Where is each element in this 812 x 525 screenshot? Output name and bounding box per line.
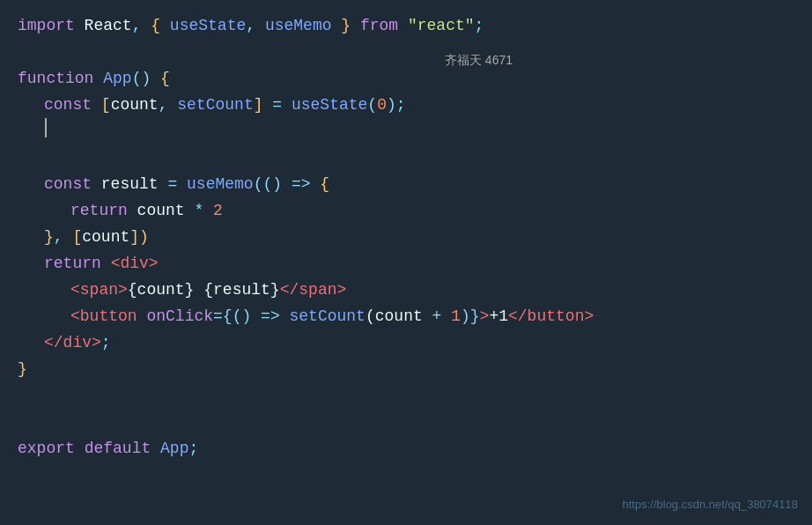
code-token: = bbox=[272, 92, 282, 118]
code-token: <button bbox=[70, 303, 146, 329]
code-token: result bbox=[92, 171, 167, 197]
code-token: ] bbox=[254, 92, 263, 118]
code-token: ; bbox=[101, 329, 111, 356]
code-token: [ bbox=[72, 224, 82, 250]
code-token: 0 bbox=[377, 92, 387, 118]
code-token: count bbox=[82, 224, 129, 250]
code-token: </span> bbox=[280, 277, 347, 303]
code-token: +1 bbox=[489, 303, 508, 329]
code-token: ; bbox=[475, 12, 484, 39]
code-token: ( bbox=[367, 92, 377, 118]
code-editor: import React, { useState, useMemo } from… bbox=[0, 0, 812, 525]
code-token bbox=[93, 65, 103, 92]
code-token: export bbox=[18, 435, 75, 462]
code-token: <div> bbox=[111, 250, 159, 277]
code-token: , bbox=[246, 12, 255, 39]
code-token: , bbox=[132, 12, 151, 39]
code-token: count bbox=[111, 92, 159, 118]
code-line-line6 bbox=[18, 144, 794, 171]
code-token: "react" bbox=[408, 12, 475, 39]
code-token: return bbox=[44, 250, 101, 277]
code-line-line1: import React, { useState, useMemo } from… bbox=[18, 12, 794, 39]
code-token: App bbox=[160, 435, 188, 462]
code-token: <span> bbox=[70, 277, 128, 303]
code-token: ); bbox=[387, 92, 406, 118]
code-token: </button> bbox=[508, 303, 594, 329]
code-token bbox=[441, 303, 451, 329]
code-token: = bbox=[167, 171, 177, 197]
code-token: {count} bbox=[128, 277, 195, 303]
code-token bbox=[280, 303, 290, 329]
code-token bbox=[263, 92, 273, 118]
code-token: function bbox=[18, 65, 93, 92]
code-token: onClick bbox=[146, 303, 213, 329]
code-token bbox=[151, 435, 160, 462]
code-token: React bbox=[75, 12, 132, 39]
code-line-line9: }, [count]) bbox=[18, 224, 794, 250]
code-line-line13: </div>; bbox=[18, 329, 794, 356]
code-line-line14: } bbox=[18, 356, 794, 382]
code-line-line7: const result = useMemo(() => { bbox=[18, 171, 794, 197]
code-line-line17: export default App; bbox=[18, 435, 794, 462]
code-token bbox=[101, 250, 111, 277]
code-token: } bbox=[18, 356, 27, 382]
code-token: () bbox=[132, 65, 151, 92]
code-token: {() bbox=[223, 303, 261, 329]
code-token: = bbox=[213, 303, 223, 329]
code-token: setCount bbox=[290, 303, 365, 329]
code-content: import React, { useState, useMemo } from… bbox=[18, 12, 794, 462]
code-token: 1 bbox=[451, 303, 461, 329]
code-token: import bbox=[18, 12, 75, 39]
code-line-line11: <span>{count} {result}</span> bbox=[18, 277, 794, 303]
code-line-line16 bbox=[18, 409, 794, 435]
code-token: count bbox=[128, 197, 195, 224]
code-token: useState bbox=[160, 12, 246, 39]
code-token bbox=[282, 92, 292, 118]
code-token: setCount bbox=[167, 92, 253, 118]
code-token: } bbox=[332, 12, 351, 39]
code-token: , bbox=[54, 224, 73, 250]
code-token: { bbox=[311, 171, 330, 197]
code-token: return bbox=[70, 197, 128, 224]
code-token: [ bbox=[101, 92, 111, 118]
code-token: => bbox=[261, 303, 280, 329]
code-token bbox=[75, 435, 85, 462]
code-token: useState bbox=[292, 92, 367, 118]
code-token: (count bbox=[365, 303, 432, 329]
code-token: => bbox=[292, 171, 311, 197]
code-token: + bbox=[432, 303, 442, 329]
code-token bbox=[177, 171, 187, 197]
watermark: https://blog.csdn.net/qq_38074118 bbox=[623, 498, 799, 511]
code-token: useMemo bbox=[187, 171, 254, 197]
code-token bbox=[194, 277, 203, 303]
code-token: useMemo bbox=[255, 12, 331, 39]
code-line-line4: const [count, setCount] = useState(0); bbox=[18, 92, 794, 118]
code-token bbox=[203, 197, 213, 224]
code-token: const bbox=[44, 92, 92, 118]
code-token bbox=[92, 92, 101, 118]
code-line-line10: return <div> bbox=[18, 250, 794, 277]
code-line-line3: function App() { bbox=[18, 65, 794, 92]
code-line-line5 bbox=[18, 118, 794, 144]
comment-label: 齐福天 4671 bbox=[445, 53, 513, 69]
code-token: from bbox=[360, 12, 398, 39]
code-token: const bbox=[44, 171, 92, 197]
code-token: (() bbox=[254, 171, 292, 197]
code-token bbox=[398, 12, 408, 39]
code-token: ; bbox=[188, 435, 198, 462]
code-line-line12: <button onClick={() => setCount(count + … bbox=[18, 303, 794, 329]
code-token: , bbox=[159, 92, 168, 118]
code-token: { bbox=[151, 65, 170, 92]
code-token: } bbox=[44, 224, 54, 250]
code-token: </div> bbox=[44, 329, 101, 356]
code-token: {result} bbox=[203, 277, 279, 303]
code-token bbox=[351, 12, 360, 39]
code-line-line2 bbox=[18, 39, 794, 65]
code-token: App bbox=[103, 65, 131, 92]
code-token: * bbox=[194, 197, 203, 224]
code-token: ]) bbox=[129, 224, 149, 250]
code-line-line15 bbox=[18, 382, 794, 409]
code-token: { bbox=[151, 12, 160, 39]
code-token: )} bbox=[461, 303, 480, 329]
code-token: 2 bbox=[213, 197, 223, 224]
